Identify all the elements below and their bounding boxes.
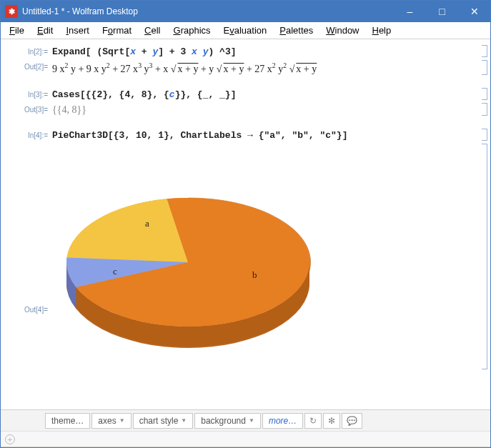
cell-label-out4: Out[4]= (1, 199, 52, 314)
dropdown-icon: ▼ (181, 417, 187, 424)
code-var: x (192, 46, 197, 57)
cell-bracket[interactable] (482, 129, 487, 141)
cell-bracket[interactable] (482, 60, 487, 75)
new-cell-row[interactable]: + (1, 431, 490, 447)
refresh-icon[interactable]: ↻ (304, 413, 322, 429)
window-title: Untitled-1 * - Wolfram Desktop (22, 6, 394, 16)
pie-label-b: b (252, 269, 257, 281)
suggestions-bar: theme… axes▼ chart style▼ background▼ mo… (1, 409, 490, 431)
input-cell-4[interactable]: In[4]:= PieChart3D[{3, 10, 1}, ChartLabe… (1, 127, 490, 142)
cell-bracket[interactable] (482, 88, 487, 100)
chart-style-button[interactable]: chart style▼ (133, 413, 194, 429)
app-icon: ✱ (5, 5, 18, 18)
cell-content-out3: {{4, 8}} (52, 103, 477, 116)
close-button[interactable]: ✕ (458, 1, 490, 22)
more-button[interactable]: more… (262, 413, 303, 429)
input-cell-3[interactable]: In[3]:= Cases[{{2}, {4, 8}, {c}}, {_, _}… (1, 86, 490, 101)
output-cell-4[interactable]: Out[4]= (1, 142, 490, 371)
cell-bracket[interactable] (482, 103, 487, 116)
cell-content-out4[interactable]: a b c (52, 144, 477, 369)
output-cell-2[interactable]: Out[2]= 9 x2 y + 9 x y2 + 27 x3 y3 + x √… (1, 59, 490, 76)
button-label: more… (269, 416, 297, 426)
code-var: x (130, 46, 136, 57)
notebook-area[interactable]: In[2]:= Expand[ (Sqrt[x + y] + 3 x y) ^3… (1, 39, 490, 409)
cell-label-in3: In[3]:= (1, 88, 52, 99)
minimize-button[interactable]: – (394, 1, 426, 22)
cell-content-in3[interactable]: Cases[{{2}, {4, 8}, {c}}, {_, _}] (52, 88, 477, 100)
button-label: background (201, 416, 246, 426)
window-controls: – □ ✕ (394, 1, 490, 22)
menu-evaluation[interactable]: Evaluation (218, 24, 273, 37)
menu-help[interactable]: Help (367, 24, 397, 37)
maximize-button[interactable]: □ (426, 1, 458, 22)
pie-chart-svg (52, 148, 324, 369)
dropdown-icon: ▼ (119, 417, 125, 424)
cell-label-out2: Out[2]= (1, 60, 52, 71)
cell-content-in2[interactable]: Expand[ (Sqrt[x + y] + 3 x y) ^3] (52, 45, 477, 57)
plus-icon[interactable]: + (5, 434, 15, 444)
background-button[interactable]: background▼ (194, 413, 261, 429)
code-text: }}, {_, _}] (175, 89, 237, 100)
pie-label-a: a (145, 218, 149, 229)
code-text: Expand[ (Sqrt[ (52, 46, 130, 57)
menu-graphics[interactable]: Graphics (168, 24, 217, 37)
menu-cell[interactable]: Cell (139, 24, 166, 37)
code-var: c (169, 89, 175, 100)
theme-button[interactable]: theme… (45, 413, 90, 429)
button-label: chart style (139, 416, 179, 426)
menu-insert[interactable]: Insert (60, 24, 95, 37)
cell-label-in4: In[4]:= (1, 129, 52, 139)
input-cell-2[interactable]: In[2]:= Expand[ (Sqrt[x + y] + 3 x y) ^3… (1, 44, 490, 59)
output-cell-3[interactable]: Out[3]= {{4, 8}} (1, 101, 490, 117)
menu-edit[interactable]: Edit (31, 24, 59, 37)
pie-label-c: c (113, 266, 117, 277)
dropdown-icon: ▼ (249, 417, 254, 424)
axes-button[interactable]: axes▼ (91, 413, 131, 429)
menubar: File Edit Insert Format Cell Graphics Ev… (1, 22, 490, 39)
cell-bracket[interactable] (482, 45, 487, 57)
cell-label-out3: Out[3]= (1, 103, 52, 114)
menu-format[interactable]: Format (96, 24, 137, 37)
code-text: ] + 3 (158, 46, 192, 57)
code-text: Cases[{{2}, {4, 8}, { (52, 89, 169, 100)
cell-content-out2: 9 x2 y + 9 x y2 + 27 x3 y3 + x √x + y + … (52, 60, 477, 75)
cell-bracket[interactable] (482, 144, 487, 369)
code-var: y (203, 46, 209, 57)
code-text: + (136, 46, 152, 57)
menu-file[interactable]: File (4, 24, 30, 37)
pie-chart-3d[interactable]: a b c (52, 148, 324, 369)
cell-label-in2: In[2]:= (1, 45, 52, 56)
chat-icon[interactable]: 💬 (342, 413, 362, 429)
titlebar: ✱ Untitled-1 * - Wolfram Desktop – □ ✕ (1, 1, 490, 22)
button-label: axes (98, 416, 116, 426)
cell-content-in4[interactable]: PieChart3D[{3, 10, 1}, ChartLabels → {"a… (52, 129, 477, 141)
menu-window[interactable]: Window (320, 24, 364, 37)
menu-palettes[interactable]: Palettes (274, 24, 319, 37)
code-text: ) ^3] (209, 46, 237, 57)
gear-icon[interactable]: ✻ (323, 413, 340, 429)
button-label: theme… (51, 416, 84, 426)
code-text: PieChart3D[{3, 10, 1}, ChartLabels → {"a… (52, 130, 347, 141)
